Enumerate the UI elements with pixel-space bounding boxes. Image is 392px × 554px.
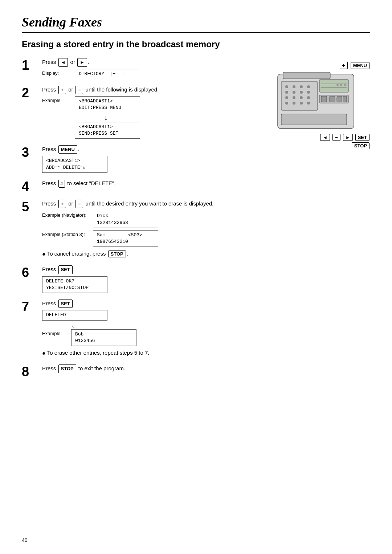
display-box-5b: Sam <S03>19876543210 <box>93 230 158 247</box>
fax-machine-diagram <box>276 70 363 132</box>
minus-button-2[interactable]: − <box>75 86 83 94</box>
bullet-text-7: To erase other entries, repeat steps 5 t… <box>47 350 150 356</box>
svg-point-13 <box>300 96 303 99</box>
display-box-2a: <BROADCAST1>EDIT:PRESS MENU <box>75 96 140 113</box>
step-number-6: 6 <box>22 266 39 279</box>
section-heading: Erasing a stored entry in the broadcast … <box>22 39 370 49</box>
svg-rect-25 <box>337 96 342 102</box>
step-3: 3 Press MENU. <BROADCAST1>ADD=* DELETE=# <box>22 145 269 173</box>
hash-button-4[interactable]: # <box>58 180 65 188</box>
svg-rect-19 <box>319 80 348 92</box>
minus-button-5[interactable]: − <box>75 200 83 208</box>
bullet-dot-5: ● <box>42 251 46 257</box>
example-label-7: Example: <box>42 329 71 336</box>
left-arrow-button[interactable]: ◄ <box>58 58 68 67</box>
menu-label-diagram: MENU <box>351 62 369 69</box>
svg-point-15 <box>285 102 288 105</box>
display-box-2b: <BROADCAST1>SEND:PRESS SET <box>75 122 140 139</box>
minus-diagram: − <box>332 134 340 141</box>
svg-point-10 <box>307 91 310 94</box>
bullet-text-5: To cancel erasing, press STOP. <box>47 250 128 257</box>
svg-point-8 <box>293 91 295 94</box>
example-station-label: Example (Station 3): <box>42 230 93 237</box>
example-label-2: Example: <box>42 96 75 103</box>
display-box-1: DIRECTORY [+ -] <box>75 69 140 79</box>
stop-button-5[interactable]: STOP <box>108 250 126 257</box>
step-1: 1 Press ◄ or ►. Display: DIRECTORY [+ -] <box>22 58 269 79</box>
plus-button-2[interactable]: + <box>58 86 66 94</box>
bullet-dot-7: ● <box>42 350 46 357</box>
display-box-7a: DELETED <box>42 310 107 320</box>
step-5: 5 Press + or − until the desired entry y… <box>22 200 269 259</box>
svg-point-12 <box>293 96 295 99</box>
step-4: 4 Press # to select "DELETE". <box>22 179 269 193</box>
page-number: 40 <box>22 537 28 543</box>
svg-point-18 <box>307 102 310 105</box>
step-number-3: 3 <box>22 146 39 159</box>
svg-point-29 <box>340 84 342 86</box>
stop-button-8[interactable]: STOP <box>58 364 76 373</box>
svg-point-14 <box>307 96 310 99</box>
svg-point-6 <box>307 85 310 88</box>
menu-button-3[interactable]: MENU <box>58 145 77 154</box>
svg-point-7 <box>285 91 288 94</box>
step-7: 7 Press SET. DELETED ↓ Example: Bob01234… <box>22 300 269 358</box>
svg-rect-26 <box>343 96 347 102</box>
arrow-down-2: ↓ <box>104 114 108 122</box>
plus-label-diagram: + <box>340 62 348 69</box>
svg-point-16 <box>293 102 295 105</box>
set-diagram: SET <box>355 134 369 141</box>
page-title: Sending Faxes <box>22 15 370 33</box>
set-button-6[interactable]: SET <box>58 265 73 274</box>
stop-diagram: STOP <box>352 142 369 149</box>
svg-rect-24 <box>330 96 335 102</box>
step-number-4: 4 <box>22 180 39 193</box>
arrow-down-7: ↓ <box>71 321 75 329</box>
svg-rect-1 <box>283 72 330 79</box>
example-navigator-label: Example (Navigator): <box>42 211 93 218</box>
set-button-7[interactable]: SET <box>58 300 73 308</box>
display-box-5a: Dick13281432968 <box>93 211 158 228</box>
step-8: 8 Press STOP to exit the program. <box>22 364 269 378</box>
step-number-2: 2 <box>22 86 39 99</box>
step-2: 2 Press + or − until the following is di… <box>22 86 269 139</box>
svg-point-3 <box>285 85 288 88</box>
plus-button-5[interactable]: + <box>58 200 66 208</box>
step-number-5: 5 <box>22 200 39 213</box>
display-box-6: DELETE OK?YES:SET/NO:STOP <box>42 276 107 293</box>
svg-rect-27 <box>281 114 347 125</box>
svg-point-5 <box>300 85 303 88</box>
right-arrow-button[interactable]: ► <box>77 58 87 67</box>
svg-point-11 <box>285 96 288 99</box>
svg-rect-23 <box>321 96 327 102</box>
svg-point-4 <box>293 85 295 88</box>
svg-point-30 <box>344 84 346 86</box>
step-number-8: 8 <box>22 365 39 378</box>
left-arrow-diagram: ◄ <box>320 134 330 141</box>
display-box-7b: Bob0123456 <box>71 329 136 346</box>
display-label: Display: <box>42 69 75 76</box>
display-box-3: <BROADCAST1>ADD=* DELETE=# <box>42 156 107 172</box>
step-number-7: 7 <box>22 300 39 313</box>
svg-point-17 <box>300 102 303 105</box>
svg-point-9 <box>300 91 303 94</box>
step-6: 6 Press SET. DELETE OK?YES:SET/NO:STOP <box>22 265 269 293</box>
step-number-1: 1 <box>22 59 39 72</box>
svg-point-28 <box>336 84 339 86</box>
right-arrow-diagram: ► <box>343 134 353 141</box>
